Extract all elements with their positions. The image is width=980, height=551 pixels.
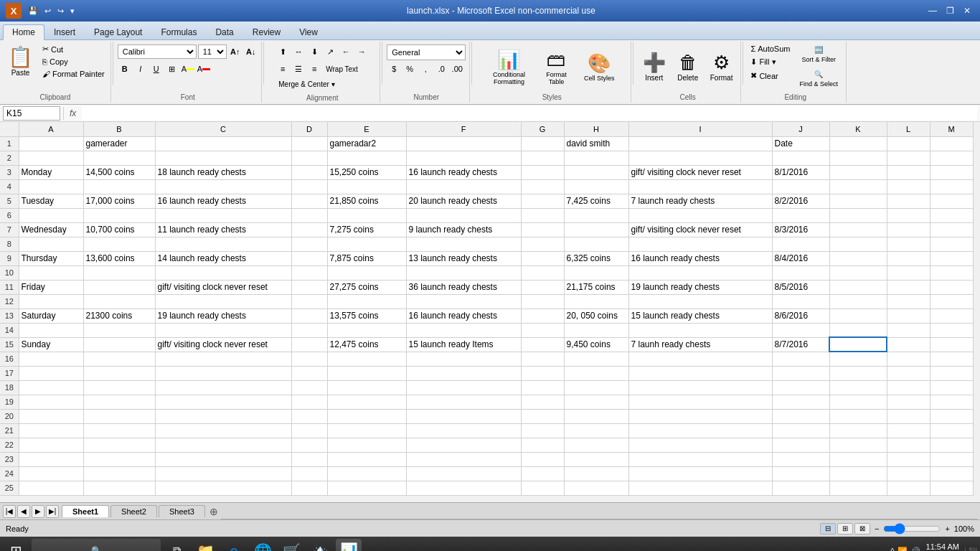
cell-J15[interactable]: 8/7/2016 — [772, 337, 829, 352]
cell-K15[interactable] — [829, 337, 887, 352]
cell-E13[interactable]: 13,575 coins — [327, 309, 406, 323]
zoom-slider[interactable] — [883, 523, 941, 534]
col-header-A[interactable]: A — [19, 122, 83, 136]
cell-D6[interactable] — [291, 208, 327, 222]
cell-L25[interactable] — [887, 481, 930, 495]
store-btn[interactable]: 🛒 — [278, 539, 304, 551]
cell-F6[interactable] — [406, 208, 521, 222]
volume-icon[interactable]: 🔊 — [910, 547, 920, 552]
network-icon[interactable]: 📶 — [897, 547, 908, 552]
sort-filter-btn[interactable]: 🔤 Sort & Filter — [794, 43, 843, 66]
align-top-btn[interactable]: ⬆ — [275, 44, 290, 59]
cell-B5[interactable]: 17,000 coins — [83, 194, 155, 208]
cell-D9[interactable] — [291, 251, 327, 265]
row-number[interactable]: 21 — [0, 423, 19, 438]
cell-J4[interactable] — [772, 179, 829, 194]
cell-D24[interactable] — [291, 466, 327, 481]
row-number[interactable]: 4 — [0, 179, 19, 194]
cell-M7[interactable] — [930, 222, 973, 237]
row-number[interactable]: 10 — [0, 265, 19, 280]
excel-btn[interactable]: 📊 — [336, 539, 362, 551]
cell-G8[interactable] — [521, 237, 564, 251]
cell-E15[interactable]: 12,475 coins — [327, 337, 406, 352]
cell-J2[interactable] — [772, 151, 829, 165]
cell-F15[interactable]: 15 launch ready Items — [406, 337, 521, 352]
cell-K7[interactable] — [829, 222, 887, 237]
cell-M2[interactable] — [930, 151, 973, 165]
cell-B21[interactable] — [83, 423, 155, 438]
underline-btn[interactable]: U — [149, 62, 164, 76]
cell-C10[interactable] — [155, 265, 291, 280]
cell-A6[interactable] — [19, 208, 83, 222]
cell-C15[interactable]: gift/ visiting clock never reset — [155, 337, 291, 352]
cell-C17[interactable] — [155, 366, 291, 380]
cell-B24[interactable] — [83, 466, 155, 481]
cell-G6[interactable] — [521, 208, 564, 222]
cell-L23[interactable] — [887, 452, 930, 466]
col-header-C[interactable]: C — [155, 122, 291, 136]
cell-H12[interactable] — [564, 294, 628, 309]
cell-L21[interactable] — [887, 423, 930, 438]
cell-J14[interactable] — [772, 323, 829, 337]
cell-E18[interactable] — [327, 380, 406, 395]
cell-D25[interactable] — [291, 481, 327, 495]
find-select-btn[interactable]: 🔍 Find & Select — [794, 67, 843, 90]
cell-D16[interactable] — [291, 352, 327, 366]
cell-M9[interactable] — [930, 251, 973, 265]
cell-C2[interactable] — [155, 151, 291, 165]
cell-B1[interactable]: gamerader — [83, 136, 155, 151]
cell-I4[interactable] — [628, 179, 772, 194]
cell-B8[interactable] — [83, 237, 155, 251]
cell-F13[interactable]: 16 launch ready chests — [406, 309, 521, 323]
align-right-btn[interactable]: ≡ — [307, 62, 321, 76]
row-number[interactable]: 5 — [0, 194, 19, 208]
page-layout-view-btn[interactable]: ⊞ — [837, 523, 853, 534]
cell-B7[interactable]: 10,700 coins — [83, 222, 155, 237]
cell-L17[interactable] — [887, 366, 930, 380]
cell-F12[interactable] — [406, 294, 521, 309]
decrease-font-btn[interactable]: A↓ — [244, 44, 258, 59]
bold-btn[interactable]: B — [118, 62, 132, 76]
cell-J10[interactable] — [772, 265, 829, 280]
sheet-tab-1[interactable]: Sheet1 — [62, 505, 109, 517]
format-as-table-btn[interactable]: 🗃 Format Table — [535, 43, 578, 92]
cell-D4[interactable] — [291, 179, 327, 194]
col-header-H[interactable]: H — [564, 122, 628, 136]
cell-A8[interactable] — [19, 237, 83, 251]
col-header-D[interactable]: D — [291, 122, 327, 136]
tab-home[interactable]: Home — [3, 24, 44, 40]
cell-A10[interactable] — [19, 265, 83, 280]
cell-H22[interactable] — [564, 438, 628, 452]
row-number[interactable]: 20 — [0, 409, 19, 423]
increase-decimal-btn[interactable]: .00 — [450, 62, 464, 76]
cell-M16[interactable] — [930, 352, 973, 366]
cell-J20[interactable] — [772, 409, 829, 423]
row-number[interactable]: 23 — [0, 452, 19, 466]
cell-H20[interactable] — [564, 409, 628, 423]
explorer-btn[interactable]: 📁 — [192, 539, 218, 551]
cell-G11[interactable] — [521, 280, 564, 294]
col-header-I[interactable]: I — [628, 122, 772, 136]
cell-D13[interactable] — [291, 309, 327, 323]
cell-M17[interactable] — [930, 366, 973, 380]
cell-C9[interactable]: 14 launch ready chests — [155, 251, 291, 265]
cell-K19[interactable] — [829, 395, 887, 409]
indent-increase-btn[interactable]: → — [354, 44, 369, 59]
row-number[interactable]: 16 — [0, 352, 19, 366]
cell-J7[interactable]: 8/3/2016 — [772, 222, 829, 237]
cell-B16[interactable] — [83, 352, 155, 366]
show-desktop-btn[interactable]: ⬛ — [965, 547, 977, 552]
col-header-F[interactable]: F — [406, 122, 521, 136]
percent-btn[interactable]: % — [402, 62, 417, 76]
decrease-decimal-btn[interactable]: .0 — [434, 62, 448, 76]
cell-E2[interactable] — [327, 151, 406, 165]
cell-C23[interactable] — [155, 452, 291, 466]
cell-K14[interactable] — [829, 323, 887, 337]
align-center-btn[interactable]: ☰ — [291, 62, 306, 76]
cell-G9[interactable] — [521, 251, 564, 265]
cell-K17[interactable] — [829, 366, 887, 380]
cell-I20[interactable] — [628, 409, 772, 423]
cell-C11[interactable]: gift/ visiting clock never reset — [155, 280, 291, 294]
cell-K23[interactable] — [829, 452, 887, 466]
cell-I16[interactable] — [628, 352, 772, 366]
